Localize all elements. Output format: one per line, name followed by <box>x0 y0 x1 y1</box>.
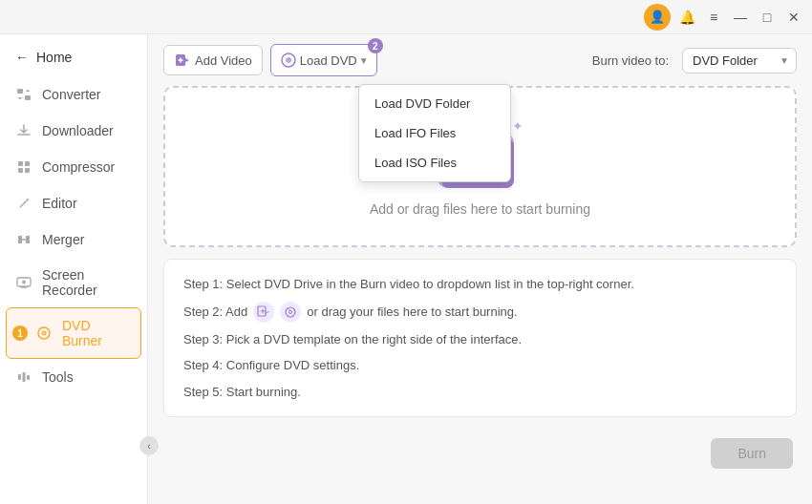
sidebar-item-editor[interactable]: Editor <box>0 185 147 221</box>
svg-rect-5 <box>25 168 30 173</box>
collapse-sidebar-button[interactable]: ‹ <box>139 436 159 455</box>
load-dvd-label: Load DVD <box>300 53 357 68</box>
burn-video-label: Burn video to: <box>592 53 669 68</box>
load-dvd-wrapper: Load DVD ▼ 2 <box>270 44 377 76</box>
drop-zone-text: Add or drag files here to start burning <box>370 201 590 217</box>
add-video-label: Add Video <box>195 53 252 68</box>
maximize-button[interactable]: □ <box>757 7 778 28</box>
tools-icon <box>15 368 32 386</box>
merger-label: Merger <box>42 232 84 247</box>
step-3: Step 3: Pick a DVD template on the right… <box>183 330 777 349</box>
dropdown-item-ifo-files[interactable]: Load IFO Files <box>359 118 510 148</box>
svg-rect-3 <box>25 161 30 166</box>
dvd-burner-label: DVD Burner <box>62 318 125 348</box>
home-label: Home <box>36 50 72 65</box>
load-dvd-dropdown: Load DVD Folder Load IFO Files Load ISO … <box>358 84 511 182</box>
sidebar-item-downloader[interactable]: Downloader <box>0 113 147 149</box>
downloader-label: Downloader <box>42 123 114 138</box>
compressor-icon <box>15 158 32 176</box>
step-4-text: Step 4: Configure DVD settings. <box>183 356 359 375</box>
step-1: Step 1: Select DVD Drive in the Burn vid… <box>183 275 777 294</box>
sidebar-item-merger[interactable]: Merger <box>0 221 147 258</box>
step2-add-file-icon <box>253 302 274 323</box>
sparkle-tr-icon: ✦ <box>512 118 524 134</box>
step-3-text: Step 3: Pick a DVD template on the right… <box>183 330 522 349</box>
tools-label: Tools <box>42 369 74 385</box>
svg-rect-12 <box>23 372 26 382</box>
svg-point-10 <box>43 332 45 334</box>
merger-icon <box>15 231 32 248</box>
screen-recorder-label: Screen Recorder <box>42 267 132 298</box>
step-5-text: Step 5: Start burning. <box>183 383 301 402</box>
load-dvd-icon <box>279 51 298 70</box>
step-5: Step 5: Start burning. <box>183 383 777 402</box>
burn-button[interactable]: Burn <box>711 438 793 469</box>
svg-rect-1 <box>25 95 31 100</box>
editor-icon <box>15 195 32 212</box>
add-video-icon <box>174 52 191 69</box>
sidebar-item-converter[interactable]: Converter <box>0 76 147 113</box>
downloader-icon <box>15 122 32 139</box>
converter-label: Converter <box>42 87 100 102</box>
converter-icon <box>15 86 32 103</box>
compressor-label: Compressor <box>42 159 115 175</box>
sidebar-item-tools[interactable]: Tools <box>0 359 147 395</box>
steps-area: Step 1: Select DVD Drive in the Burn vid… <box>163 259 797 417</box>
bell-icon[interactable]: 🔔 <box>676 7 697 28</box>
burn-video-select-wrapper: DVD Folder DVD Disc ISO File ▼ <box>682 48 797 74</box>
load-dvd-button[interactable]: Load DVD ▼ <box>270 44 377 76</box>
dvd-burner-badge: 1 <box>12 326 28 341</box>
svg-rect-4 <box>18 168 23 173</box>
sidebar-item-screen-recorder[interactable]: Screen Recorder <box>0 258 147 307</box>
svg-point-7 <box>22 281 26 284</box>
step-2-prefix: Step 2: Add <box>183 303 247 322</box>
step2-dvd-icon <box>280 302 301 323</box>
svg-point-21 <box>286 307 295 317</box>
svg-rect-0 <box>17 89 23 94</box>
svg-rect-2 <box>18 161 23 166</box>
toolbar: Add Video Load DVD ▼ 2 Burn video to: <box>148 34 812 86</box>
step-4: Step 4: Configure DVD settings. <box>183 356 777 375</box>
content-area: Add Video Load DVD ▼ 2 Burn video to: <box>148 34 812 504</box>
menu-icon[interactable]: ≡ <box>703 7 724 28</box>
step-1-text: Step 1: Select DVD Drive in the Burn vid… <box>183 275 634 294</box>
svg-point-22 <box>289 310 292 313</box>
add-video-button[interactable]: Add Video <box>163 45 263 75</box>
minimize-button[interactable]: — <box>730 7 751 28</box>
svg-rect-11 <box>18 374 21 380</box>
sidebar-item-dvd-burner[interactable]: 1 DVD Burner <box>6 307 141 359</box>
main-layout: ← Home Converter Downloader <box>0 34 812 504</box>
back-arrow-icon: ← <box>15 50 29 65</box>
burn-button-area: Burn <box>148 429 812 478</box>
screen-recorder-icon <box>15 274 32 291</box>
sidebar: ← Home Converter Downloader <box>0 34 148 504</box>
dropdown-item-iso-files[interactable]: Load ISO Files <box>359 148 510 178</box>
back-home-button[interactable]: ← Home <box>0 42 147 76</box>
editor-label: Editor <box>42 196 77 211</box>
dropdown-arrow-icon: ▼ <box>359 55 369 66</box>
svg-point-19 <box>288 59 289 61</box>
title-bar: 👤 🔔 ≡ — □ ✕ <box>0 0 812 34</box>
dvd-burner-icon <box>35 325 53 342</box>
svg-rect-13 <box>27 375 30 380</box>
dropdown-item-dvd-folder[interactable]: Load DVD Folder <box>359 89 510 118</box>
dvd-badge: 2 <box>368 38 383 53</box>
step-2-suffix: or drag your files here to start burning… <box>307 303 517 322</box>
sidebar-item-compressor[interactable]: Compressor <box>0 149 147 185</box>
close-button[interactable]: ✕ <box>783 7 804 28</box>
profile-icon[interactable]: 👤 <box>644 4 671 31</box>
step-2: Step 2: Add or d <box>183 302 777 323</box>
burn-video-select[interactable]: DVD Folder DVD Disc ISO File <box>682 48 797 74</box>
